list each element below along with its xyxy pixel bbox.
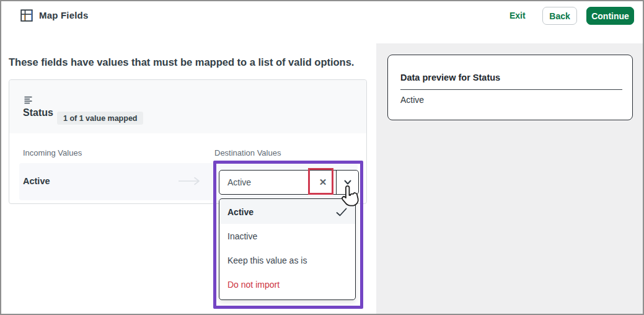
table-icon [20,9,33,22]
chevron-down-icon [343,177,353,187]
destination-values-header: Destination Values [214,148,281,158]
destination-options-menu: Active Inactive Keep this value as is Do… [219,198,356,300]
destination-value-combobox[interactable]: Active ✕ [219,170,359,195]
option-label: Active [227,207,254,217]
continue-button[interactable]: Continue [586,7,634,25]
menu-option-keep-value[interactable]: Keep this value as is [219,248,355,272]
menu-option-inactive[interactable]: Inactive [219,224,355,248]
close-icon: ✕ [319,177,327,188]
card-header-background [9,80,366,133]
check-icon [336,208,347,216]
arrow-right-icon [178,177,201,185]
back-button[interactable]: Back [542,7,577,25]
data-preview-card: Data preview for Status Active [387,55,633,120]
mapped-count-badge: 1 of 1 value mapped [57,112,143,125]
incoming-value-label: Active [23,176,50,186]
preview-value: Active [400,95,424,105]
menu-option-do-not-import[interactable]: Do not import [219,272,355,296]
list-icon [24,96,32,104]
incoming-values-header: Incoming Values [23,148,82,158]
header-bar: Map Fields Exit Back Continue [0,0,644,43]
option-label: Inactive [227,231,257,241]
combobox-toggle-button[interactable] [337,171,358,194]
field-name-label: Status [23,107,53,118]
exit-link[interactable]: Exit [509,11,526,20]
preview-divider [400,89,622,90]
field-mapping-card: Status 1 of 1 value mapped Incoming Valu… [9,79,367,204]
instructions-heading: These fields have values that must be ma… [9,56,354,68]
preview-panel: Data preview for Status Active [376,43,644,315]
page-title: Map Fields [39,10,89,20]
clear-selection-button[interactable]: ✕ [310,171,336,194]
combobox-selected-value: Active [227,177,251,187]
option-label: Do not import [227,280,280,290]
map-fields-screen: Map Fields Exit Back Continue These fiel… [0,0,644,315]
option-label: Keep this value as is [227,255,307,265]
menu-option-active[interactable]: Active [219,200,355,224]
preview-title: Data preview for Status [400,73,500,82]
